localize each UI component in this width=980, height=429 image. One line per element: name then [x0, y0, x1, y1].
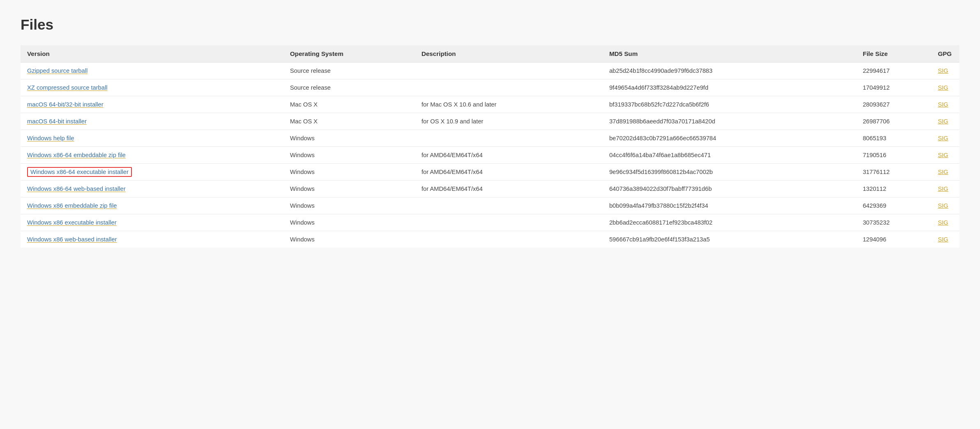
file-size: 7190516: [856, 147, 932, 164]
file-version-link[interactable]: macOS 64-bit installer: [27, 118, 87, 125]
file-size: 8065193: [856, 130, 932, 147]
file-md5: 596667cb91a9fb20e6f4f153f3a213a5: [603, 231, 856, 248]
file-version-link[interactable]: Gzipped source tarball: [27, 67, 88, 74]
file-description: for Mac OS X 10.6 and later: [415, 96, 603, 113]
file-description: for OS X 10.9 and later: [415, 113, 603, 130]
table-row: Gzipped source tarballSource releaseab25…: [21, 63, 959, 79]
file-version-link[interactable]: Windows x86-64 executable installer: [27, 167, 132, 177]
table-header-row: Version Operating System Description MD5…: [21, 45, 959, 63]
file-gpg-link[interactable]: SIG: [938, 152, 948, 158]
file-version-link[interactable]: Windows x86-64 web-based installer: [27, 186, 126, 192]
file-size: 26987706: [856, 113, 932, 130]
file-os: Source release: [284, 79, 415, 96]
file-description: for AMD64/EM64T/x64: [415, 181, 603, 197]
file-description: [415, 197, 603, 214]
file-version-link[interactable]: Windows help file: [27, 135, 74, 141]
file-gpg-link[interactable]: SIG: [938, 84, 948, 91]
file-gpg-link[interactable]: SIG: [938, 101, 948, 108]
file-version-link[interactable]: XZ compressed source tarball: [27, 84, 108, 91]
file-gpg-link[interactable]: SIG: [938, 67, 948, 74]
file-version-link[interactable]: Windows x86 web-based installer: [27, 236, 117, 243]
file-gpg-link[interactable]: SIG: [938, 135, 948, 141]
file-size: 6429369: [856, 197, 932, 214]
page-title: Files: [21, 16, 959, 33]
table-row: Windows x86 web-based installerWindows59…: [21, 231, 959, 248]
file-gpg-link[interactable]: SIG: [938, 236, 948, 243]
file-size: 1294096: [856, 231, 932, 248]
file-os: Source release: [284, 63, 415, 79]
file-md5: 04cc4f6f6a14ba74f6ae1a8b685ec471: [603, 147, 856, 164]
table-row: macOS 64-bit installerMac OS Xfor OS X 1…: [21, 113, 959, 130]
file-size: 17049912: [856, 79, 932, 96]
header-md5: MD5 Sum: [603, 45, 856, 63]
file-size: 30735232: [856, 214, 932, 231]
file-description: [415, 130, 603, 147]
table-row: XZ compressed source tarballSource relea…: [21, 79, 959, 96]
file-size: 1320112: [856, 181, 932, 197]
file-md5: 2bb6ad2ecca6088171ef923bca483f02: [603, 214, 856, 231]
file-md5: 9f49654a4d6f733ff3284ab9d227e9fd: [603, 79, 856, 96]
file-os: Windows: [284, 231, 415, 248]
files-table: Version Operating System Description MD5…: [21, 45, 959, 248]
file-os: Mac OS X: [284, 96, 415, 113]
file-description: [415, 214, 603, 231]
file-md5: 37d891988b6aeedd7f03a70171a8420d: [603, 113, 856, 130]
file-version-link[interactable]: Windows x86 executable installer: [27, 219, 117, 226]
file-gpg-link[interactable]: SIG: [938, 219, 948, 226]
file-description: [415, 79, 603, 96]
file-version-link[interactable]: Windows x86 embeddable zip file: [27, 202, 117, 209]
file-os: Windows: [284, 214, 415, 231]
header-description: Description: [415, 45, 603, 63]
file-md5: b0b099a4fa479fb37880c15f2b2f4f34: [603, 197, 856, 214]
header-version: Version: [21, 45, 284, 63]
file-description: for AMD64/EM64T/x64: [415, 147, 603, 164]
table-row: Windows x86-64 web-based installerWindow…: [21, 181, 959, 197]
file-os: Windows: [284, 164, 415, 181]
file-size: 31776112: [856, 164, 932, 181]
file-gpg-link[interactable]: SIG: [938, 118, 948, 125]
file-os: Mac OS X: [284, 113, 415, 130]
table-row: Windows x86-64 executable installerWindo…: [21, 164, 959, 181]
file-description: [415, 231, 603, 248]
file-size: 22994617: [856, 63, 932, 79]
header-size: File Size: [856, 45, 932, 63]
file-md5: bf319337bc68b52fc7d227dca5b6f2f6: [603, 96, 856, 113]
file-os: Windows: [284, 197, 415, 214]
file-gpg-link[interactable]: SIG: [938, 169, 948, 175]
file-version-link[interactable]: macOS 64-bit/32-bit installer: [27, 101, 104, 108]
table-row: Windows help fileWindowsbe70202d483c0b72…: [21, 130, 959, 147]
file-description: for AMD64/EM64T/x64: [415, 164, 603, 181]
header-gpg: GPG: [931, 45, 959, 63]
file-os: Windows: [284, 181, 415, 197]
header-os: Operating System: [284, 45, 415, 63]
file-md5: be70202d483c0b7291a666ec66539784: [603, 130, 856, 147]
file-gpg-link[interactable]: SIG: [938, 202, 948, 209]
file-md5: 9e96c934f5d16399f860812b4ac7002b: [603, 164, 856, 181]
file-os: Windows: [284, 130, 415, 147]
file-version-link[interactable]: Windows x86-64 embeddable zip file: [27, 152, 126, 158]
file-gpg-link[interactable]: SIG: [938, 186, 948, 192]
table-row: Windows x86-64 embeddable zip fileWindow…: [21, 147, 959, 164]
table-row: Windows x86 embeddable zip fileWindowsb0…: [21, 197, 959, 214]
table-row: Windows x86 executable installerWindows2…: [21, 214, 959, 231]
file-description: [415, 63, 603, 79]
file-os: Windows: [284, 147, 415, 164]
file-size: 28093627: [856, 96, 932, 113]
file-md5: ab25d24b1f8cc4990ade979f6dc37883: [603, 63, 856, 79]
table-row: macOS 64-bit/32-bit installerMac OS Xfor…: [21, 96, 959, 113]
file-md5: 640736a3894022d30f7babff77391d6b: [603, 181, 856, 197]
